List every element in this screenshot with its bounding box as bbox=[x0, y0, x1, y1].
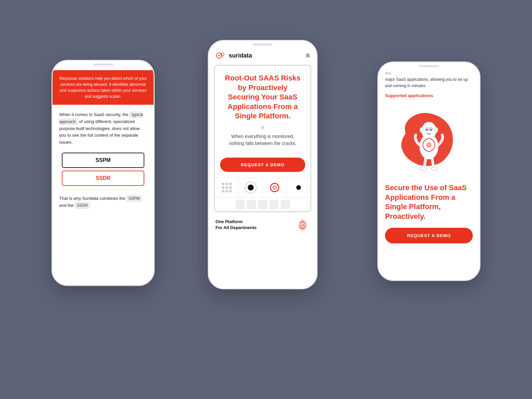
left-phone-content: Response solutions help you detect which… bbox=[53, 61, 154, 285]
cta-title-red: Proactively bbox=[385, 212, 424, 220]
carousel-item-4 bbox=[287, 178, 311, 198]
nav-dot-1[interactable] bbox=[235, 200, 245, 209]
ring-inner bbox=[273, 186, 277, 190]
carousel-nav-dots bbox=[215, 198, 311, 211]
svg-point-9 bbox=[420, 127, 423, 133]
carousel-item-3 bbox=[263, 178, 287, 198]
svg-point-14 bbox=[431, 167, 438, 170]
cta-title-end: . bbox=[424, 212, 426, 220]
speaker-center bbox=[253, 44, 273, 46]
dot-grid-icon bbox=[222, 183, 232, 193]
footer-text-1: That is why Suridata combines the bbox=[59, 196, 125, 201]
hero-title-red: Root-Out SAAS Risks bbox=[225, 74, 300, 82]
svg-point-8 bbox=[430, 129, 432, 130]
ring-icon bbox=[270, 183, 279, 192]
right-banner-text: major SaaS applications, allowing you to… bbox=[385, 76, 473, 89]
left-banner-text: Response solutions help you detect which… bbox=[59, 75, 147, 99]
hero-subtitle: When everything is monitored, nothing fa… bbox=[225, 133, 301, 147]
left-body-text-1: When it comes to SaaS security, the bbox=[59, 112, 129, 117]
phone-right: sea major SaaS applications, allowing yo… bbox=[377, 62, 480, 281]
footer-text-2: and the bbox=[59, 203, 73, 208]
filled-dot bbox=[296, 185, 301, 190]
left-footer-text: That is why Suridata combines the SSPM a… bbox=[53, 189, 154, 213]
ssdr-tag: SSDR bbox=[75, 202, 90, 208]
nav-dot-3[interactable] bbox=[258, 200, 267, 209]
phone-center: suridata ≡ Root-Out SAAS Risks by Proact… bbox=[208, 40, 318, 289]
suridata-mascot-illustration bbox=[392, 107, 466, 173]
right-illustration bbox=[378, 103, 479, 177]
svg-point-10 bbox=[435, 127, 438, 133]
center-demo-button[interactable]: REQUEST A DEMO bbox=[220, 158, 305, 172]
hero-title-black: by Proactively Securing Your SaaS Applic… bbox=[227, 83, 298, 120]
footer-line2: For All Departments bbox=[215, 225, 257, 231]
logo-text: suridata bbox=[229, 52, 252, 59]
speaker-left bbox=[93, 64, 113, 66]
center-footer-icon bbox=[295, 217, 310, 232]
center-phone-content: suridata ≡ Root-Out SAAS Risks by Proact… bbox=[209, 41, 317, 288]
center-phone-frame: Root-Out SAAS Risks by Proactively Secur… bbox=[214, 65, 311, 212]
center-hero: Root-Out SAAS Risks by Proactively Secur… bbox=[215, 66, 311, 152]
right-phone-content: sea major SaaS applications, allowing yo… bbox=[378, 63, 479, 280]
carousel-item-1 bbox=[215, 178, 239, 198]
svg-point-2 bbox=[300, 223, 305, 227]
cta-title-black: Secure the Use of SaaS Applications From… bbox=[385, 184, 467, 211]
svg-point-6 bbox=[426, 129, 428, 130]
nav-dot-2[interactable] bbox=[247, 200, 256, 209]
carousel-item-2 bbox=[239, 178, 263, 198]
suridata-logo: suridata bbox=[215, 50, 252, 61]
nav-dot-4[interactable] bbox=[269, 200, 279, 209]
circle-dot-icon bbox=[245, 182, 257, 194]
hero-separator: ✕ bbox=[221, 125, 304, 130]
center-footer: One Platform For All Departments bbox=[209, 212, 317, 237]
svg-point-12 bbox=[428, 144, 430, 146]
ssdr-button[interactable]: SSDR bbox=[62, 171, 144, 186]
center-carousel bbox=[215, 177, 311, 198]
inner-dot bbox=[248, 185, 254, 191]
hamburger-menu[interactable]: ≡ bbox=[306, 52, 310, 59]
footer-line1: One Platform bbox=[215, 219, 257, 225]
suridata-logo-icon bbox=[215, 50, 226, 61]
hero-title: Root-Out SAAS Risks by Proactively Secur… bbox=[221, 73, 304, 121]
svg-point-4 bbox=[422, 122, 436, 139]
nav-dot-5[interactable] bbox=[281, 200, 290, 209]
right-demo-button[interactable]: REQUEST A DEMO bbox=[385, 228, 473, 243]
supported-apps-link[interactable]: Supported applications bbox=[378, 93, 479, 98]
phone-left: Response solutions help you detect which… bbox=[52, 60, 155, 286]
sspm-button[interactable]: SSPM bbox=[62, 153, 144, 168]
center-footer-text: One Platform For All Departments bbox=[215, 219, 257, 231]
left-red-banner: Response solutions help you detect which… bbox=[53, 70, 154, 105]
speaker-right bbox=[419, 65, 439, 67]
right-cta-title: Secure the Use of SaaS Applications From… bbox=[378, 177, 479, 225]
sspm-tag: SSPM bbox=[126, 196, 142, 201]
phones-container: Response solutions help you detect which… bbox=[0, 0, 532, 399]
left-body-text: When it comes to SaaS security, the typi… bbox=[53, 105, 154, 150]
svg-point-13 bbox=[420, 167, 427, 170]
